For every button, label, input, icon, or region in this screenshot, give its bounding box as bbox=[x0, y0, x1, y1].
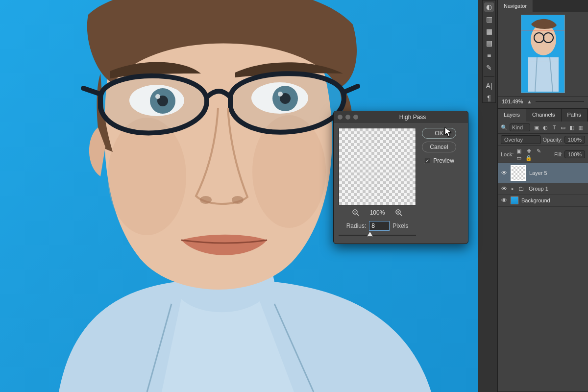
clip-filter-icon[interactable]: ▥ bbox=[577, 124, 584, 131]
layer-row[interactable]: 👁 Layer 5 bbox=[498, 163, 588, 183]
window-dot bbox=[353, 115, 358, 120]
type-filter-icon[interactable]: T bbox=[551, 124, 558, 131]
tab-paths[interactable]: Paths bbox=[562, 109, 588, 122]
tab-channels[interactable]: Channels bbox=[526, 109, 561, 122]
svg-point-11 bbox=[232, 196, 244, 204]
visibility-icon[interactable]: 👁 bbox=[501, 185, 508, 192]
preview-checkbox-label: Preview bbox=[433, 157, 454, 164]
visibility-icon[interactable]: 👁 bbox=[501, 170, 508, 176]
lock-position-icon[interactable]: ✚ bbox=[525, 147, 532, 154]
navigator-thumbnail[interactable] bbox=[521, 15, 565, 93]
layer-list: 👁 Layer 5 👁 ▸ 🗀 Group 1 👁 Background bbox=[498, 163, 588, 392]
navigator-zoom-value: 101.49% bbox=[502, 98, 523, 104]
layer-name[interactable]: Background bbox=[521, 197, 550, 203]
lock-all-icon[interactable]: 🔒 bbox=[525, 154, 532, 161]
slider-handle-icon[interactable] bbox=[367, 232, 373, 237]
lock-pixels-icon[interactable]: ▣ bbox=[515, 147, 522, 154]
shape-filter-icon[interactable]: ▭ bbox=[560, 124, 566, 131]
layer-row[interactable]: 👁 ▸ 🗀 Group 1 bbox=[498, 183, 588, 195]
layer-filter-kind[interactable]: 🔍 Kind bbox=[501, 123, 530, 131]
brush-icon[interactable]: ✎ bbox=[484, 63, 494, 72]
toolbar-separator bbox=[484, 76, 494, 77]
visibility-icon[interactable]: 👁 bbox=[501, 197, 508, 204]
tab-layers[interactable]: Layers bbox=[498, 109, 526, 122]
layer-thumbnail[interactable] bbox=[511, 196, 518, 204]
svg-point-10 bbox=[200, 196, 212, 204]
nav-thumb-image bbox=[521, 15, 565, 93]
layer-name[interactable]: Group 1 bbox=[529, 186, 548, 192]
ok-button[interactable]: OK bbox=[422, 128, 456, 139]
cancel-button[interactable]: Cancel bbox=[422, 142, 456, 152]
histogram-icon[interactable]: ▥ bbox=[484, 15, 494, 24]
svg-rect-16 bbox=[528, 57, 559, 92]
opacity-value[interactable]: 100% bbox=[564, 136, 585, 144]
styles-icon[interactable]: ▤ bbox=[484, 39, 494, 48]
layer-thumbnail[interactable] bbox=[511, 165, 526, 181]
dialog-titlebar[interactable]: High Pass bbox=[334, 111, 468, 123]
properties-icon[interactable]: ≡ bbox=[484, 51, 494, 60]
image-filter-icon[interactable]: ▣ bbox=[533, 124, 540, 131]
radius-slider[interactable] bbox=[339, 232, 416, 239]
zoom-in-icon[interactable] bbox=[394, 208, 403, 217]
svg-line-18 bbox=[357, 214, 359, 216]
blend-mode-select[interactable]: Overlay bbox=[501, 135, 541, 144]
preview-zoom-value: 100% bbox=[370, 209, 385, 216]
filter-preview[interactable] bbox=[339, 128, 416, 205]
layer-name[interactable]: Layer 5 bbox=[529, 170, 547, 176]
radius-input[interactable] bbox=[369, 221, 390, 231]
lock-brush-icon[interactable]: ✎ bbox=[535, 147, 542, 154]
preview-checkbox[interactable]: ✓ bbox=[424, 158, 430, 164]
adjustments-icon[interactable]: ◐ bbox=[484, 2, 494, 12]
opacity-label: Opacity: bbox=[543, 137, 563, 143]
zoom-out-icon[interactable] bbox=[351, 208, 360, 217]
tab-navigator[interactable]: Navigator bbox=[498, 0, 533, 12]
folder-icon: 🗀 bbox=[517, 185, 526, 192]
layers-panel: Layers Channels Paths 🔍 Kind ▣ ◐ T ▭ ◧ ▥… bbox=[498, 109, 588, 392]
layer-row[interactable]: 👁 Background bbox=[498, 195, 588, 207]
zoom-out-icon[interactable]: ▲ bbox=[527, 99, 532, 104]
lock-artboard-icon[interactable]: ▭ bbox=[515, 154, 522, 161]
swatches-icon[interactable]: ▦ bbox=[484, 26, 494, 36]
fill-value[interactable]: 100% bbox=[564, 150, 585, 158]
right-panel-column: Navigator 101.49% ▲ Layers bbox=[497, 0, 588, 392]
mini-panels-toolbar: ◐ ▥ ▦ ▤ ≡ ✎ A| ¶ bbox=[482, 0, 496, 103]
svg-point-15 bbox=[543, 33, 553, 43]
search-icon: 🔍 bbox=[501, 124, 508, 131]
radius-label: Radius: bbox=[346, 222, 367, 229]
navigator-zoom-slider[interactable] bbox=[536, 101, 584, 102]
adjust-filter-icon[interactable]: ◐ bbox=[542, 124, 549, 131]
radius-unit: Pixels bbox=[392, 222, 408, 229]
fill-label: Fill: bbox=[554, 151, 563, 157]
high-pass-dialog[interactable]: High Pass 100% Radius: Pixels bbox=[333, 111, 468, 244]
smart-filter-icon[interactable]: ◧ bbox=[568, 124, 575, 131]
dialog-title: High Pass bbox=[361, 114, 464, 121]
window-dot bbox=[338, 115, 343, 120]
character-icon[interactable]: A| bbox=[484, 81, 494, 91]
svg-point-14 bbox=[534, 33, 544, 43]
paragraph-icon[interactable]: ¶ bbox=[484, 93, 494, 102]
group-disclosure-icon[interactable]: ▸ bbox=[512, 186, 514, 191]
lock-label: Lock: bbox=[501, 151, 514, 157]
svg-line-21 bbox=[400, 214, 402, 216]
navigator-panel: Navigator 101.49% ▲ bbox=[498, 0, 588, 109]
window-dot bbox=[345, 115, 350, 120]
